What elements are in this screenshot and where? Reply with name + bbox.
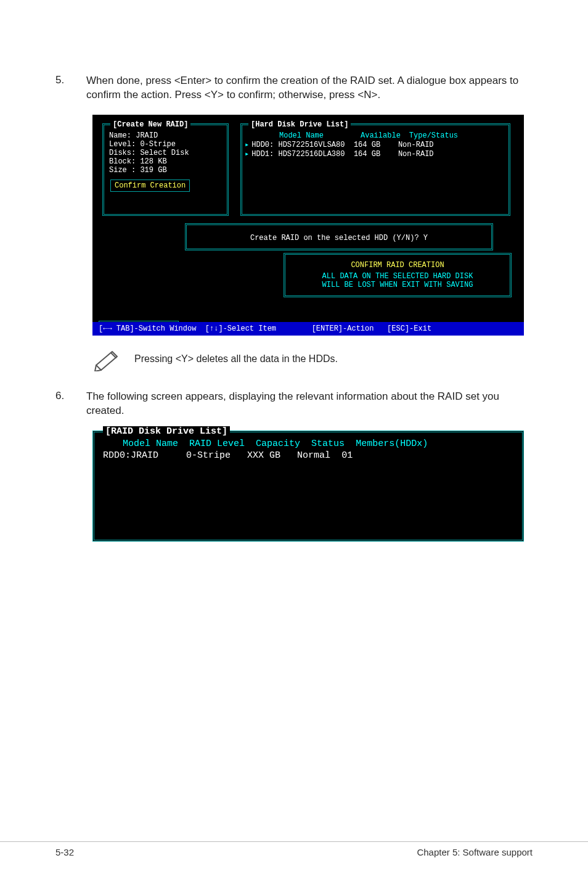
confirm-line-3: WILL BE LOST WHEN EXIT WITH SAVING [293, 281, 502, 289]
marker-icon [245, 150, 251, 159]
confirm-creation-item[interactable]: Confirm Creation [110, 179, 190, 192]
bios-footer-bar: [←→ TAB]-Switch Window [↑↓]-Select Item … [92, 322, 524, 336]
raid-name-line: Name: JRAID [104, 131, 227, 140]
note-text: Pressing <Y> deletes all the data in the… [134, 353, 338, 365]
raid-disk-drive-list-panel: [RAID Disk Drive List] Model Name RAID L… [92, 431, 524, 542]
dialog-question: Create RAID on the selected HDD (Y/N)? Y [187, 234, 491, 242]
note-row: Pressing <Y> deletes all the data in the… [92, 347, 533, 371]
confirm-raid-creation-box: CONFIRM RAID CREATION ALL DATA ON THE SE… [284, 253, 512, 297]
page-number: 5-32 [55, 847, 74, 857]
raid-list-header: Model Name RAID Level Capacity Status Me… [103, 439, 522, 449]
create-new-raid-title: [Create New RAID] [110, 120, 190, 129]
step-6-number: 6. [55, 390, 86, 418]
hdd-list-title: [Hard Disk Drive List] [248, 120, 351, 129]
note-pencil-icon [92, 347, 123, 371]
raid-level-line: Level: 0-Stripe [104, 140, 227, 149]
step-5-text: When done, press <Enter> to confirm the … [86, 74, 533, 102]
step-6: 6. The following screen appears, display… [55, 390, 533, 418]
create-new-raid-panel: [Create New RAID] Name: JRAID Level: 0-S… [102, 123, 229, 216]
step-6-text: The following screen appears, displaying… [86, 390, 533, 418]
marker-icon [245, 141, 251, 149]
raid-list-title: [RAID Disk Drive List] [103, 426, 230, 437]
raid-disks-line: Disks: Select Disk [104, 149, 227, 157]
raid-block-line: Block: 128 KB [104, 157, 227, 166]
hdd-header: Model NameAvailableType/Status [242, 131, 508, 140]
chapter-title: Chapter 5: Software support [417, 847, 533, 857]
step-5-number: 5. [55, 74, 86, 102]
page-footer: 5-32 Chapter 5: Software support [0, 841, 588, 857]
confirm-line-1: CONFIRM RAID CREATION [293, 261, 502, 270]
confirm-line-2: ALL DATA ON THE SELECTED HARD DISK [293, 272, 502, 281]
raid-size-line: Size : 319 GB [104, 166, 227, 175]
raid-list-row-0: RDD0:JRAID 0-Stripe XXX GB Normal 01 [103, 450, 522, 461]
step-5: 5. When done, press <Enter> to confirm t… [55, 74, 533, 102]
hdd-row-0: HDD0: HDS722516VLSA80 164 GB Non-RAID [242, 140, 508, 149]
bios-confirm-screenshot: [Create New RAID] Name: JRAID Level: 0-S… [92, 115, 524, 336]
create-raid-dialog[interactable]: Create RAID on the selected HDD (Y/N)? Y [185, 223, 493, 250]
hdd-row-1: HDD1: HDS722516DLA380 164 GB Non-RAID [242, 149, 508, 159]
hdd-list-panel: [Hard Disk Drive List] Model NameAvailab… [240, 123, 510, 216]
